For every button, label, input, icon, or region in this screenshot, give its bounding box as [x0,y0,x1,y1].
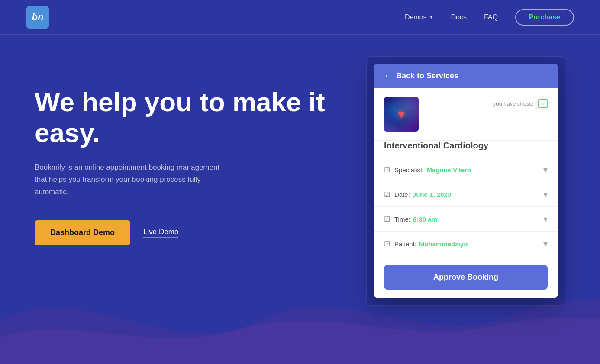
nav-faq[interactable]: FAQ [484,13,498,21]
dashboard-demo-button[interactable]: Dashboard Demo [35,220,130,245]
specialist-value: Magnus Vitero [426,166,471,174]
patient-label: Patient: [394,240,416,248]
booking-card: ← Back to Services you have chosen ✓ Int… [374,64,558,298]
time-label: Time: [394,216,410,223]
nav-docs[interactable]: Docs [451,13,466,21]
chosen-label: you have chosen [493,100,535,107]
navbar: bn Demos ▼ Docs FAQ Purchase [0,0,600,35]
hero-section: We help you to make it easy. Bookmify is… [0,35,600,364]
faq-label: FAQ [484,13,498,21]
approve-booking-button[interactable]: Approve Booking [384,265,548,290]
logo[interactable]: bn [26,6,49,29]
patient-check-icon: ☑ [384,240,390,248]
date-dropdown-icon[interactable]: ▾ [543,189,548,200]
logo-text: bn [32,12,44,23]
patient-dropdown-icon[interactable]: ▾ [543,238,548,249]
demos-dropdown-icon: ▼ [429,15,434,19]
field-patient: ☑ Patient: Muhammadziyo ▾ [374,232,558,256]
booking-outer: ← Back to Services you have chosen ✓ Int… [366,56,565,306]
field-date: ☑ Date: June 1, 2020 ▾ [374,182,558,207]
service-name: Interventional Cardiology [374,141,558,158]
service-image [384,97,419,132]
chosen-badge: you have chosen ✓ [493,97,548,108]
card-header: ← Back to Services [374,64,558,88]
hero-heading: We help you to make it easy. [35,87,349,148]
date-value: June 1, 2020 [413,191,451,198]
nav-links: Demos ▼ Docs FAQ Purchase [405,9,574,26]
specialist-label: Specialist: [394,166,424,174]
date-check-icon: ☑ [384,190,390,199]
specialist-dropdown-icon[interactable]: ▾ [543,164,548,175]
specialist-check-icon: ☑ [384,166,390,174]
time-check-icon: ☑ [384,215,390,223]
time-value: 8:30 am [413,216,437,223]
chosen-check-icon: ✓ [538,99,548,108]
back-to-services-label: Back to Services [396,71,458,81]
cta-group: Dashboard Demo Live Demo [35,220,349,245]
purchase-button[interactable]: Purchase [515,9,574,26]
field-time: ☑ Time: 8:30 am ▾ [374,207,558,232]
hero-subtext: Bookmify is an online appointment bookin… [35,161,234,199]
back-arrow-icon[interactable]: ← [384,71,392,81]
live-demo-link[interactable]: Live Demo [143,228,178,238]
docs-label: Docs [451,13,466,21]
demos-label: Demos [405,13,427,21]
patient-value: Muhammadziyo [419,240,468,248]
date-label: Date: [394,191,410,198]
service-row: you have chosen ✓ [374,88,558,141]
hero-left: We help you to make it easy. Bookmify is… [35,61,349,245]
time-dropdown-icon[interactable]: ▾ [543,214,548,224]
field-specialist: ☑ Specialist: Magnus Vitero ▾ [374,158,558,182]
hero-right: ← Back to Services you have chosen ✓ Int… [366,61,565,306]
nav-demos[interactable]: Demos ▼ [405,13,434,21]
